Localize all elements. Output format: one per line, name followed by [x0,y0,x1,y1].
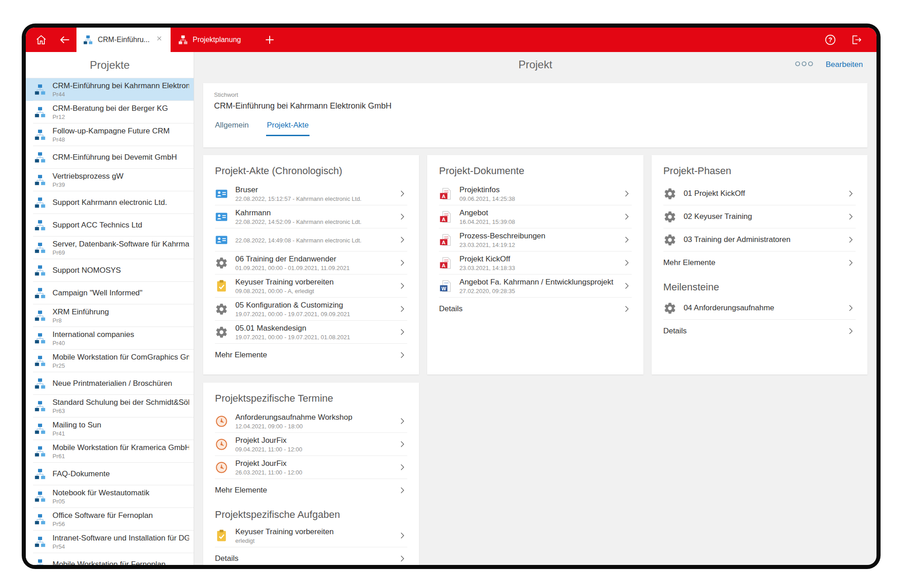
sidebar-item-project[interactable]: Campaign "Well Informed" [26,282,194,304]
sidebar-item-project[interactable]: Mobile Workstation für ComGraphics Gm...… [26,350,194,372]
help-button[interactable] [819,34,842,46]
sidebar-item-project[interactable]: XRM EinführungPr8 [26,304,194,327]
section-title-meilensteine: Meilensteine [663,274,856,297]
sidebar-item-project[interactable]: Mobile Workstation für Kramerica GmbHPr6… [26,440,194,463]
workspace-icon [178,35,188,45]
tab-crm-einfuehrung[interactable]: CRM-Einführu... [76,28,171,52]
project-code: Pr39 [52,181,124,188]
chevron-right-icon [397,462,407,472]
logout-button[interactable] [845,34,868,46]
sidebar-item-project[interactable]: Support Kahrmann electronic Ltd. [26,191,194,214]
akte-list-item[interactable]: 22.08.2022, 14:49:08 - Kahrmann electron… [215,228,407,251]
sidebar-item-project[interactable]: Standard Schulung bei der Schmidt&Söh...… [26,395,194,417]
app-body: Projekte CRM-Einführung bei Kahrmann Ele… [26,52,876,565]
item-subtitle: 19.07.2021, 00:00 - 19.07.2021, 01.08.20… [235,334,390,341]
phase-list-item[interactable]: 01 Projekt KickOff [663,182,856,205]
main-actions: Bearbeiten [794,60,876,69]
item-title: 02 Keyuser Training [684,212,838,221]
document-list-item[interactable]: Projekt KickOff23.03.2021, 14:18:33 [439,251,631,275]
footer-label: Details [215,554,238,563]
chevron-right-icon [622,235,632,245]
item-title: Projekt JourFix [235,459,390,468]
gear-icon [663,187,676,200]
chevron-right-icon [397,416,407,426]
details-button[interactable]: Details [663,320,856,342]
edit-button[interactable]: Bearbeiten [826,60,863,69]
phase-list-item[interactable]: 02 Keyuser Training [663,205,856,228]
sidebar-item-project[interactable]: International companiesPr40 [26,327,194,350]
sidebar-item-project[interactable]: FAQ-Dokumente [26,463,194,485]
termin-list-item[interactable]: Anforderungsaufnahme Workshop12.04.2021,… [215,410,407,433]
app-window: CRM-Einführu... Projektplanung Projekte … [22,24,881,569]
tab-projektplanung[interactable]: Projektplanung [171,28,248,52]
home-button[interactable] [29,28,53,52]
close-tab-button[interactable] [156,35,165,44]
akte-list-item[interactable]: Bruser22.08.2022, 15:12:57 - Kahrmann el… [215,182,407,205]
tab-projekt-akte[interactable]: Projekt-Akte [266,121,310,136]
sidebar-item-project[interactable]: Intranet-Software und Installation für D… [26,531,194,553]
sidebar-item-project[interactable]: Server, Datenbank-Software für Kahrman..… [26,237,194,259]
document-list-item[interactable]: Angebot16.04.2021, 15:39:08 [439,205,631,228]
sidebar-item-project[interactable]: Office Software für FernoplanPr56 [26,508,194,531]
sidebar-title: Projekte [26,52,194,78]
sidebar-item-project[interactable]: Mobile Workstation für Fernoplan [26,553,194,565]
close-icon [156,35,162,42]
akte-list-item[interactable]: 05 Konfiguration & Customizing19.07.2021… [215,298,407,321]
akte-list-item[interactable]: 06 Training der Endanwender01.09.2021, 0… [215,251,407,275]
sidebar-item-project[interactable]: Support NOMOSYS [26,259,194,282]
akte-list-item[interactable]: Kahrmann22.08.2022, 14:52:09 - Kahrmann … [215,205,407,228]
akte-list-item[interactable]: 05.01 Maskendesign19.07.2021, 00:00 - 19… [215,321,407,344]
project-code: Pr54 [52,543,189,550]
more-elements-button[interactable]: Mehr Elemente [215,344,407,366]
more-elements-button[interactable]: Mehr Elemente [215,479,407,502]
card-title: Projekt-Akte (Chronologisch) [215,155,407,182]
project-code: Pr8 [52,317,109,324]
akte-list-item[interactable]: Keyuser Training vorbereiten09.08.2021, … [215,275,407,298]
sidebar-item-project[interactable]: Vertriebsprozess gWPr39 [26,169,194,191]
document-list-item[interactable]: Projektinfos09.06.2021, 14:25:38 [439,182,631,205]
sidebar-item-project[interactable]: Neue Printmaterialien / Broschüren [26,372,194,395]
project-name: Mobile Workstation für ComGraphics Gm... [52,353,189,362]
item-title: Projekt KickOff [459,255,614,264]
details-button[interactable]: Details [215,547,407,565]
sidebar-item-project[interactable]: CRM-Einführung bei Kahrmann Elektroni...… [26,78,194,101]
appointment-icon [215,461,228,474]
more-actions-button[interactable] [794,60,814,69]
sidebar-item-project[interactable]: CRM-Einführung bei Devemit GmbH [26,146,194,169]
item-title: Angebot [459,209,614,218]
plus-icon [264,34,276,46]
more-elements-button[interactable]: Mehr Elemente [663,251,856,274]
new-tab-button[interactable] [258,28,281,52]
aufgabe-list-item[interactable]: Keyuser Training vorbereitenerledigt [215,524,407,547]
chevron-right-icon [397,189,407,199]
sidebar-item-project[interactable]: Mailing to SunPr41 [26,417,194,440]
sidebar-item-project[interactable]: Notebook für WestautomatikPr05 [26,485,194,508]
item-subtitle: 16.04.2021, 15:39:08 [459,218,614,225]
chevron-right-icon [622,189,632,199]
project-name: FAQ-Dokumente [52,469,110,479]
back-button[interactable] [53,28,76,52]
tab-allgemein[interactable]: Allgemein [214,121,250,136]
chevron-right-icon [397,485,407,495]
chevron-right-icon [397,281,407,291]
details-button[interactable]: Details [439,298,631,320]
phase-list-item[interactable]: 03 Training der Administratoren [663,228,856,251]
item-title: Kahrmann [235,209,390,218]
sidebar-item-project[interactable]: CRM-Beratung bei der Berger KGPr12 [26,101,194,123]
sidebar-item-project[interactable]: Support ACC Technics Ltd [26,214,194,237]
gear-icon [215,256,228,270]
termin-list-item[interactable]: Projekt JourFix09.04.2021, 11:00 - 12:00 [215,433,407,456]
document-list-item[interactable]: Angebot Fa. Kahrmann / Entwicklungsproje… [439,275,631,298]
project-name: Support NOMOSYS [52,266,121,275]
chevron-right-icon [397,350,407,360]
document-list-item[interactable]: Prozess-Beschreibungen23.03.2021, 14:19:… [439,228,631,251]
item-title: Prozess-Beschreibungen [459,232,614,241]
project-icon [34,242,46,254]
milestone-list-item[interactable]: 04 Anforderungsaufnahme [663,297,856,320]
card-title: Projekt-Dokumente [439,155,631,182]
footer-label: Details [663,327,687,336]
sidebar-item-project[interactable]: Follow-up-Kampagne Future CRMPr48 [26,123,194,146]
termin-list-item[interactable]: Projekt JourFix26.03.2021, 11:00 - 12:00 [215,456,407,479]
item-title: Angebot Fa. Kahrmann / Entwicklungsproje… [459,278,614,287]
project-name: Support Kahrmann electronic Ltd. [52,198,167,207]
